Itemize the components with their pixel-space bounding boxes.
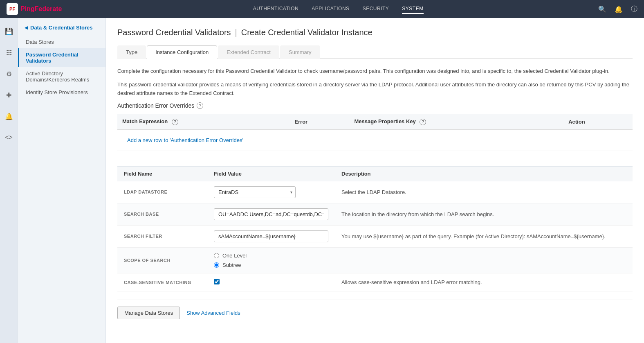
sidebar-item-data-stores[interactable]: Data Stores: [18, 36, 105, 48]
field-desc-3: [335, 247, 633, 273]
sidebar-icon-sliders[interactable]: ☷: [2, 46, 16, 59]
sidebar-icon-tools[interactable]: ✚: [2, 88, 16, 102]
tab-bar: Type Instance Configuration Extended Con…: [117, 45, 633, 59]
scope-of-search-radio-group: One LevelSubtree: [214, 253, 328, 268]
page-title-sub: Create Credential Validator Instance: [241, 28, 372, 37]
description-2: This password credential validator provi…: [117, 81, 633, 98]
logo-text: PingFederate: [20, 5, 62, 13]
tab-summary[interactable]: Summary: [280, 45, 320, 59]
field-input-1[interactable]: [214, 208, 328, 220]
back-arrow-icon: ◀: [25, 25, 28, 30]
field-desc-1: The location in the directory from which…: [335, 203, 633, 225]
logo-icon: PF: [7, 3, 18, 15]
col-message-properties-key: Message Properties Key ?: [350, 114, 564, 130]
field-name-4: CASE-SENSITIVE MATCHING: [117, 273, 207, 291]
message-properties-help-icon[interactable]: ?: [420, 119, 426, 125]
auth-error-table: Match Expression ? Error Message Propert…: [117, 114, 633, 151]
tab-type[interactable]: Type: [117, 45, 146, 59]
field-row: LDAP DATASTOREEntraDS▾Select the LDAP Da…: [117, 181, 633, 203]
tab-extended-contract[interactable]: Extended Contract: [218, 45, 279, 59]
field-col-name: Field Name: [117, 166, 207, 181]
manage-data-stores-button[interactable]: Manage Data Stores: [117, 307, 180, 319]
sidebar-back-label: Data & Credential Stores: [30, 25, 92, 31]
field-value-4[interactable]: [207, 273, 335, 291]
top-nav-link-applications[interactable]: APPLICATIONS: [312, 4, 349, 14]
field-name-2: SEARCH FILTER: [117, 225, 207, 247]
main-layout: 💾 ☷ ⚙ ✚ 🔔 <> ◀ Data & Credential Stores …: [0, 18, 644, 343]
match-expression-help-icon[interactable]: ?: [172, 119, 178, 125]
field-value-2[interactable]: [207, 225, 335, 247]
field-name-0: LDAP DATASTORE: [117, 181, 207, 203]
top-nav-links: AUTHENTICATIONAPPLICATIONSSECURITYSYSTEM: [78, 4, 598, 14]
auth-error-help-icon[interactable]: ?: [197, 102, 203, 109]
field-value-3[interactable]: One LevelSubtree: [207, 247, 335, 273]
col-match-expression: Match Expression ?: [117, 114, 289, 130]
sidebar-icon-strip: 💾 ☷ ⚙ ✚ 🔔 <>: [0, 18, 18, 343]
col-error: Error: [289, 114, 349, 130]
description-1: Complete the configuration necessary for…: [117, 67, 633, 76]
field-name-1: SEARCH BASE: [117, 203, 207, 225]
field-row: CASE-SENSITIVE MATCHINGAllows case-sensi…: [117, 273, 633, 291]
radio-option-1[interactable]: Subtree: [214, 262, 328, 268]
content-area: Password Credential Validators | Create …: [106, 18, 644, 343]
field-value-0[interactable]: EntraDS▾: [207, 181, 335, 203]
field-desc-4: Allows case-sensitive expression and LDA…: [335, 273, 633, 291]
top-nav-link-security[interactable]: SECURITY: [363, 4, 389, 14]
show-advanced-fields-button[interactable]: Show Advanced Fields: [186, 307, 240, 319]
ldap-datastore-select[interactable]: EntraDS: [214, 186, 296, 198]
page-title-main: Password Credential Validators: [117, 28, 231, 37]
page-title-divider: |: [235, 28, 237, 37]
field-col-description: Description: [335, 166, 633, 181]
sidebar-back[interactable]: ◀ Data & Credential Stores: [18, 25, 105, 36]
top-nav: PF PingFederate AUTHENTICATIONAPPLICATIO…: [0, 0, 644, 18]
field-row: SEARCH FILTERYou may use ${username} as …: [117, 225, 633, 247]
help-icon[interactable]: ⓘ: [631, 5, 637, 14]
field-desc-0: Select the LDAP Datastore.: [335, 181, 633, 203]
col-action: Action: [563, 114, 633, 130]
radio-subtree[interactable]: [214, 262, 219, 268]
top-nav-icons: 🔍 🔔 ⓘ: [598, 5, 637, 14]
radio-one-level[interactable]: [214, 253, 219, 258]
sidebar-icon-settings[interactable]: ⚙: [2, 67, 16, 80]
add-row-link[interactable]: Add a new row to 'Authentication Error O…: [122, 134, 248, 147]
top-nav-link-system[interactable]: SYSTEM: [402, 4, 423, 14]
field-name-3: SCOPE OF SEARCH: [117, 247, 207, 273]
sidebar-item-password-validators[interactable]: Password Credential Validators: [18, 48, 105, 67]
sidebar: ◀ Data & Credential Stores Data Stores P…: [18, 18, 106, 343]
notification-icon[interactable]: 🔔: [615, 5, 623, 13]
tab-instance-configuration[interactable]: Instance Configuration: [147, 45, 217, 59]
sidebar-item-identity-store[interactable]: Identity Store Provisioners: [18, 86, 105, 99]
top-nav-link-authentication[interactable]: AUTHENTICATION: [253, 4, 298, 14]
radio-option-0[interactable]: One Level: [214, 253, 328, 259]
field-col-value: Field Value: [207, 166, 335, 181]
field-table: Field Name Field Value Description LDAP …: [117, 166, 633, 292]
sidebar-icon-bell[interactable]: 🔔: [2, 110, 16, 123]
logo[interactable]: PF PingFederate: [7, 3, 62, 15]
sidebar-icon-database[interactable]: 💾: [2, 25, 16, 38]
sidebar-icon-code[interactable]: <>: [2, 131, 16, 144]
search-icon[interactable]: 🔍: [598, 5, 606, 13]
field-input-2[interactable]: [214, 230, 328, 242]
footer-actions: Manage Data Stores Show Advanced Fields: [117, 300, 633, 323]
auth-error-overrides-heading: Authentication Error Overrides ?: [117, 102, 633, 109]
sidebar-item-ad-kerberos[interactable]: Active Directory Domains/Kerberos Realms: [18, 67, 105, 86]
field-desc-2: You may use ${username} as part of the q…: [335, 225, 633, 247]
field-value-1[interactable]: [207, 203, 335, 225]
case-sensitive-checkbox[interactable]: [214, 279, 220, 284]
field-row: SCOPE OF SEARCHOne LevelSubtree: [117, 247, 633, 273]
page-header: Password Credential Validators | Create …: [117, 28, 633, 37]
field-row: SEARCH BASEThe location in the directory…: [117, 203, 633, 225]
